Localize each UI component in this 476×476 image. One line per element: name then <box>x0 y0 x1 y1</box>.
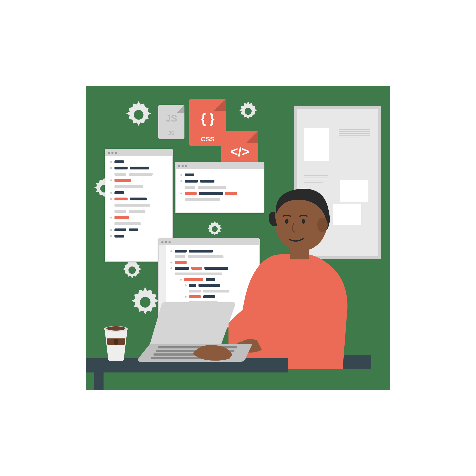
html-symbol: </> <box>221 144 258 159</box>
svg-point-16 <box>106 326 125 331</box>
svg-point-0 <box>134 110 143 120</box>
svg-point-4 <box>129 267 136 274</box>
css-label: CSS <box>189 136 226 143</box>
svg-point-8 <box>317 218 328 232</box>
gear-icon <box>121 98 156 132</box>
svg-point-10 <box>302 219 305 224</box>
css-file-icon: { } CSS <box>189 99 226 146</box>
js-file-icon: JS JS <box>158 105 185 139</box>
svg-point-3 <box>212 226 218 232</box>
gear-icon <box>205 219 225 239</box>
gear-icon <box>236 99 261 124</box>
js-symbol: JS <box>158 113 185 124</box>
css-symbol: { } <box>189 111 226 126</box>
window-titlebar <box>105 150 172 156</box>
window-titlebar <box>176 163 264 169</box>
desk-leg <box>94 371 103 390</box>
hand <box>188 341 236 363</box>
svg-point-9 <box>285 219 289 224</box>
js-label: JS <box>158 130 185 136</box>
illustration-canvas: JS JS { } CSS </> HTML <box>86 86 390 390</box>
svg-point-1 <box>245 108 252 115</box>
coffee-cup <box>102 324 130 361</box>
svg-point-17 <box>114 339 118 345</box>
